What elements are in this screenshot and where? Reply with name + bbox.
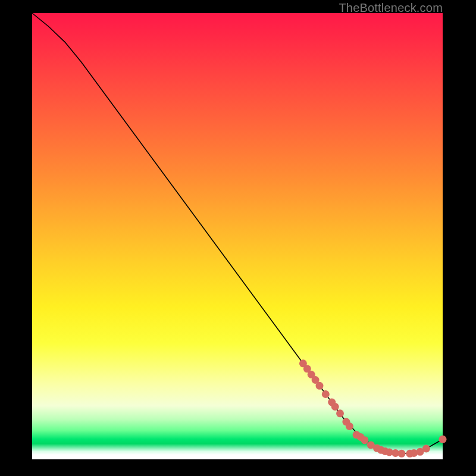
- data-marker: [331, 403, 339, 411]
- data-marker: [322, 390, 330, 398]
- data-marker: [346, 422, 353, 430]
- plot-area: [32, 13, 443, 459]
- chart-svg: [32, 13, 443, 459]
- data-marker: [398, 450, 406, 458]
- data-marker: [361, 436, 368, 444]
- chart-stage: TheBottleneck.com: [0, 0, 476, 476]
- data-marker: [336, 409, 344, 417]
- series-line: [32, 13, 443, 453]
- data-marker: [316, 382, 324, 390]
- markers-group: [299, 359, 447, 458]
- data-marker: [422, 445, 430, 453]
- data-marker: [439, 436, 447, 443]
